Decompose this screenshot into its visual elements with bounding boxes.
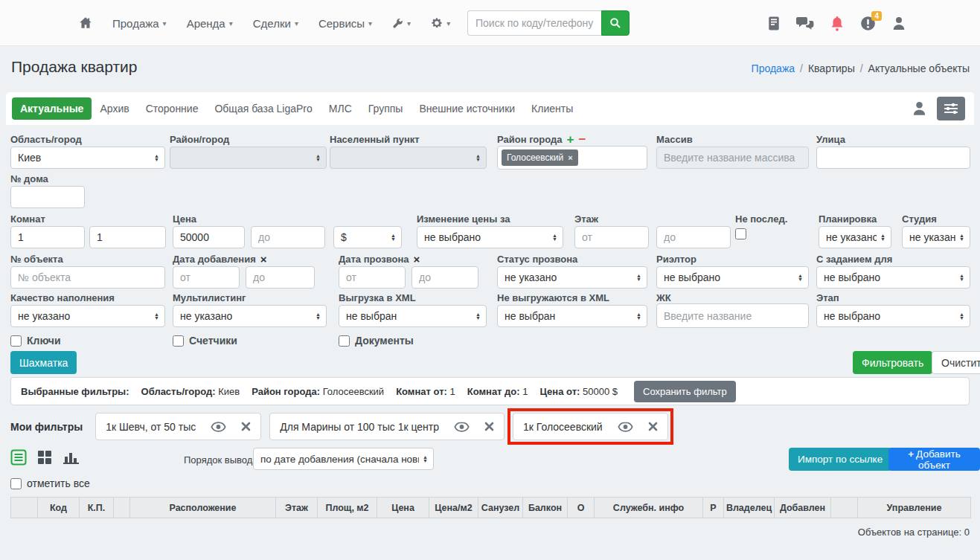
breadcrumb-link-sales[interactable]: Продажа [752,62,795,74]
rooms-from-input[interactable] [10,226,85,248]
date-call-from-input[interactable] [339,266,406,289]
clear-date-call-icon[interactable]: × [414,256,420,263]
tab-archive[interactable]: Архив [92,97,137,120]
select-all-checkbox[interactable] [10,478,22,489]
plus-icon: + [908,448,914,460]
tab-groups[interactable]: Группы [360,97,411,120]
not-last-checkbox[interactable] [735,228,746,239]
chevron-down-icon: ▾ [295,19,298,28]
tabs-bar: Актуальные Архив Сторонние Общая база Li… [6,92,974,125]
clear-date-added-icon[interactable]: × [260,256,267,263]
call-status-select[interactable]: не указано ▲▼ [497,266,647,289]
stage-select[interactable]: не выбрано ▲▼ [816,305,970,327]
menu-item-rent[interactable]: Аренда▾ [187,17,233,30]
tab-ligapro-base[interactable]: Общая база LigaPro [206,97,320,120]
agent-icon[interactable] [912,101,926,116]
grid-view-icon[interactable] [36,449,53,466]
city-district-tag-input[interactable]: Голосеевский × [497,146,647,170]
filter-settings-button[interactable] [937,97,965,120]
filter-button[interactable]: Фильтровать [853,351,932,374]
street-input[interactable] [816,147,970,169]
massiv-input[interactable] [656,147,809,169]
region-select[interactable]: Киев ▲▼ [10,147,165,169]
select-arrows-icon: ▲▼ [154,154,159,162]
massiv-label: Массив [656,134,693,145]
realtor-label: Риэлтор [656,254,696,265]
keys-checkbox[interactable] [10,335,22,347]
home-icon[interactable] [79,16,92,30]
documents-checkbox[interactable] [339,335,350,347]
col-floor: Этаж [276,498,318,518]
menu-item-deals[interactable]: Сделки▾ [253,17,298,30]
object-id-input[interactable] [10,266,165,289]
quality-select[interactable]: не указано ▲▼ [10,305,165,327]
tab-external-sources[interactable]: Внешние источники [411,97,523,120]
floor-to-input[interactable] [656,226,731,248]
layout-select[interactable]: не указано ▲▼ [819,226,891,248]
journal-icon[interactable] [768,16,780,30]
currency-select[interactable]: $ ▲▼ [333,226,402,248]
select-arrows-icon: ▲▼ [959,234,964,242]
global-search [467,10,630,36]
delete-filter-icon[interactable] [484,422,494,431]
view-filter-eye-icon[interactable] [618,422,633,432]
tools-menu[interactable]: ▾ [392,18,411,29]
save-filter-button[interactable]: Сохранить фильтр [634,381,736,402]
alerts-icon[interactable]: 4 [860,16,876,31]
remove-district-icon[interactable]: − [578,136,586,144]
notifications-bell-icon[interactable] [830,16,844,31]
table-header-row: Код К.П. Расположение Этаж Площ, м2 Цена… [11,498,971,518]
search-input[interactable] [467,10,601,36]
menu-item-sales[interactable]: Продажа▾ [112,17,167,30]
view-filter-eye-icon[interactable] [211,422,226,432]
delete-filter-icon[interactable] [648,422,658,431]
date-call-to-input[interactable] [411,266,478,289]
xml-export-select[interactable]: не выбран ▲▼ [339,305,487,327]
tab-third-party[interactable]: Сторонние [138,97,207,120]
messages-icon[interactable] [796,16,814,30]
xml-not-export-select[interactable]: не выбран ▲▼ [497,305,647,327]
clear-filter-button[interactable]: Очистить [932,351,980,374]
add-district-icon[interactable]: + [567,136,574,144]
saved-filter-chip[interactable]: Для Марины от 100 тыс 1к центр [269,413,505,440]
select-arrows-icon: ▲▼ [154,312,159,321]
tab-clients[interactable]: Клиенты [523,97,581,120]
menu-item-services[interactable]: Сервисы▾ [318,17,372,30]
settlement-select[interactable]: ▲▼ [330,147,487,169]
saved-filter-chip[interactable]: 1к Шевч, от 50 тыс [95,413,261,440]
complex-input[interactable] [656,303,809,328]
tab-actual[interactable]: Актуальные [12,97,92,120]
top-icon-group: 4 [768,0,906,46]
house-number-input[interactable] [10,186,85,208]
counters-checkbox[interactable] [173,335,184,347]
sort-order-select[interactable]: по дате добавления (сначала новые) ▲▼ [253,448,434,470]
chess-view-button[interactable]: Шахматка [10,351,77,374]
multilisting-select[interactable]: не указано ▲▼ [173,305,327,327]
price-to-input[interactable] [251,226,325,248]
tab-mls[interactable]: МЛС [321,97,360,120]
rooms-to-input[interactable] [89,226,166,248]
view-filter-eye-icon[interactable] [454,422,470,432]
list-view-icon[interactable] [10,449,27,466]
select-arrows-icon: ▲▼ [959,274,964,282]
settings-menu[interactable]: ▾ [431,17,450,29]
price-from-input[interactable] [173,226,245,248]
chart-view-icon[interactable] [63,449,80,466]
saved-filter-chip-highlighted[interactable]: 1к Голосеевский [513,413,668,440]
price-change-select[interactable]: не выбрано ▲▼ [417,226,563,248]
date-added-from-input[interactable] [173,266,240,289]
remove-tag-icon[interactable]: × [568,153,572,162]
user-profile-icon[interactable] [892,16,906,30]
search-button[interactable] [601,10,630,36]
floor-from-input[interactable] [574,226,649,248]
col-location: Расположение [130,498,276,518]
add-object-button[interactable]: +Добавить объект [888,448,980,471]
task-for-select[interactable]: не выбрано ▲▼ [816,266,970,289]
date-added-to-input[interactable] [246,266,315,289]
import-by-link-button[interactable]: Импорт по ссылке [789,448,891,471]
xml-not-export-label: Не выгружаются в XML [497,292,609,303]
studio-select[interactable]: не указано ▲▼ [902,226,970,248]
delete-filter-icon[interactable] [241,422,251,431]
realtor-select[interactable]: не выбрано ▲▼ [656,266,809,289]
district-city-select[interactable]: ▲▼ [170,147,327,169]
